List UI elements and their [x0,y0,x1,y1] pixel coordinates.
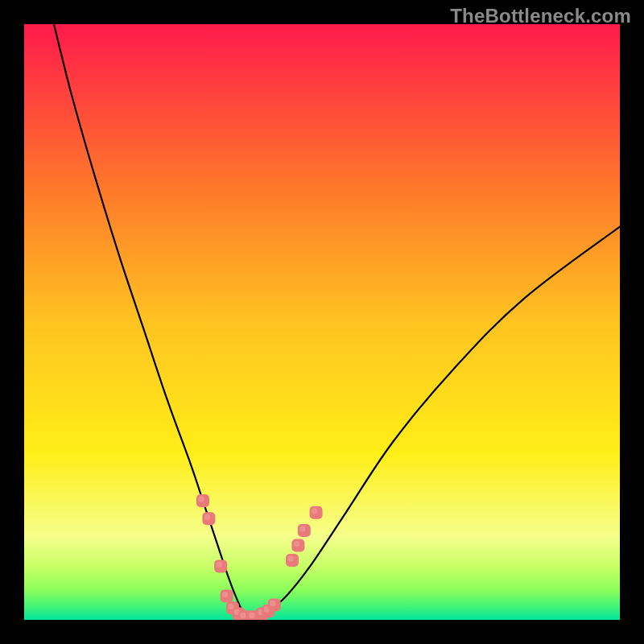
curve-marker-highlight [199,497,204,502]
curve-marker-highlight [249,613,254,618]
chart-frame: TheBottleneck.com [0,0,644,644]
curve-marker [268,599,281,612]
curve-marker [286,554,299,567]
curve-marker-highlight [240,613,246,618]
gradient-background [24,24,620,620]
curve-marker-highlight [204,514,210,520]
plot-area [24,24,620,620]
chart-svg [24,24,620,620]
curve-marker-highlight [299,526,305,532]
curve-marker [221,589,233,602]
curve-marker-highlight [288,556,294,562]
curve-marker-highlight [217,562,222,568]
curve-marker [310,506,323,519]
curve-marker [214,559,227,572]
curve-marker-highlight [294,541,299,547]
curve-marker [298,524,311,537]
curve-marker-highlight [270,601,275,606]
curve-marker [196,494,209,507]
curve-marker-highlight [229,604,234,609]
curve-marker-highlight [312,508,317,514]
curve-marker-highlight [222,592,228,597]
curve-marker [291,539,304,552]
curve-marker [202,512,215,525]
